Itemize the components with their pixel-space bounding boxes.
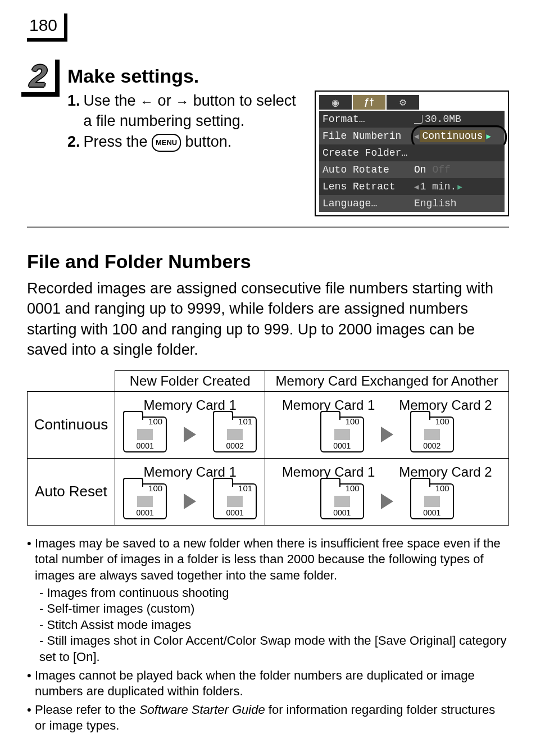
note-3: Please refer to the Software Starter Gui… <box>27 702 509 734</box>
note-1d: Still images shot in Color Accent/Color … <box>39 633 509 665</box>
lcd-tab-tools-icon: ƒ† <box>353 95 385 110</box>
notes-block: Images may be saved to a new folder when… <box>27 536 509 734</box>
lcd-lens-retract-value: ◀1 min.▶ <box>410 181 501 192</box>
step-instructions: 1. Use the ← or → button to select a fil… <box>67 90 303 152</box>
arrow-icon <box>184 494 196 509</box>
col-header-card-exchange: Memory Card Exchanged for Another <box>265 370 509 391</box>
note-1c: Stitch Assist mode images <box>39 617 509 633</box>
note-1b: Self-timer images (custom) <box>39 601 509 617</box>
note-2: Images cannot be played back when the fo… <box>27 668 509 700</box>
lcd-auto-rotate-label: Auto Rotate <box>322 164 410 175</box>
left-arrow-icon: ← <box>140 93 153 111</box>
lcd-language-value: English <box>410 198 501 209</box>
folder-icon: 100 0001 <box>320 483 364 519</box>
lcd-tab-camera-icon: ◉ <box>319 95 352 110</box>
lcd-lens-retract-label: Lens Retract <box>322 181 410 192</box>
substep-2-text-b: button. <box>185 133 232 150</box>
lcd-file-numbering-value: ◀Continuous▶ <box>410 130 501 142</box>
sd-card-icon <box>414 115 423 124</box>
substep-2-text-a: Press the <box>84 133 152 150</box>
step-block: 2 Make settings. 1. Use the ← or → butto… <box>27 64 509 228</box>
menu-button-icon: MENU <box>152 134 181 152</box>
lcd-tab-person-icon: ⚙ <box>387 95 419 110</box>
numbering-table: New Folder Created Memory Card Exchanged… <box>27 370 509 526</box>
note-1a: Images from continuous shooting <box>39 585 509 601</box>
lcd-auto-rotate-value: On Off <box>410 164 501 175</box>
section-title: File and Folder Numbers <box>27 251 509 273</box>
col-header-new-folder: New Folder Created <box>115 370 265 391</box>
lcd-create-folder-label: Create Folder… <box>322 147 410 159</box>
step-number-box: 2 <box>21 60 60 97</box>
folder-icon: 100 0001 <box>123 417 167 452</box>
substep-1-text-a: Use the <box>84 92 140 109</box>
arrow-icon <box>381 494 393 509</box>
lcd-file-numbering-label: File Numberin <box>322 130 410 142</box>
section-body: Recorded images are assigned consecutive… <box>27 278 509 360</box>
folder-icon: 100 0001 <box>320 417 364 452</box>
substep-1-number: 1. <box>67 90 80 132</box>
page-number: 180 <box>27 13 67 42</box>
folder-icon: 101 0001 <box>213 483 257 519</box>
lcd-screenshot: ◉ ƒ† ⚙ Format… 30.0MB File Numberin ◀Con… <box>315 90 509 216</box>
arrow-icon <box>184 427 196 442</box>
page-header: 180 <box>27 13 509 42</box>
row-label-auto-reset: Auto Reset <box>28 458 115 525</box>
row-label-continuous: Continuous <box>28 391 115 458</box>
arrow-icon <box>381 427 393 442</box>
folder-icon: 100 0001 <box>123 483 167 519</box>
lcd-format-value: 30.0MB <box>410 114 501 125</box>
step-title: Make settings. <box>67 65 509 87</box>
folder-icon: 101 0002 <box>213 417 257 452</box>
right-arrow-icon: → <box>175 93 189 111</box>
substep-2-number: 2. <box>67 132 80 152</box>
folder-icon: 100 0002 <box>410 417 454 452</box>
note-1: Images may be saved to a new folder when… <box>35 536 501 582</box>
step-number: 2 <box>29 60 47 92</box>
folder-icon: 100 0001 <box>410 483 454 519</box>
lcd-language-label: Language… <box>322 198 410 209</box>
lcd-format-label: Format… <box>322 114 410 125</box>
substep-1-text-b: or <box>158 92 176 109</box>
